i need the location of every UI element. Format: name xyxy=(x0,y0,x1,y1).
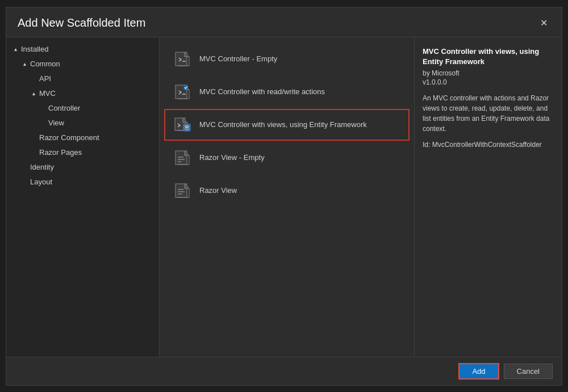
sidebar-item-common[interactable]: ▴ Common xyxy=(6,58,159,70)
scaffold-item-mvc-readwrite[interactable]: MVC Controller with read/write actions xyxy=(164,76,410,108)
tree-item-view: ▸ View xyxy=(6,116,159,130)
sidebar-item-razor-pages[interactable]: ▸ Razor Pages xyxy=(6,146,159,159)
sidebar-tree: ▴ Installed ▴ Common ▸ API xyxy=(6,37,160,357)
sidebar-item-installed[interactable]: ▴ Installed xyxy=(6,43,159,56)
scaffold-item-razor-view-label: Razor View xyxy=(199,186,237,195)
add-button[interactable]: Add xyxy=(458,363,499,380)
dialog-titlebar: Add New Scaffolded Item ✕ xyxy=(6,7,562,37)
cancel-button[interactable]: Cancel xyxy=(504,364,553,379)
tree-item-razor-pages: ▸ Razor Pages xyxy=(6,145,159,160)
dialog-title: Add New Scaffolded Item xyxy=(18,16,145,29)
sidebar-item-mvc[interactable]: ▴ MVC xyxy=(6,87,159,100)
dialog-footer: Add Cancel xyxy=(6,357,562,385)
sidebar-label-layout: Layout xyxy=(30,178,52,186)
mvc-empty-icon xyxy=(172,49,193,69)
sidebar-label-razor-component: Razor Component xyxy=(39,133,99,142)
sidebar-label-installed: Installed xyxy=(21,45,48,53)
tree-item-razor-component: ▸ Razor Component xyxy=(6,130,159,145)
scaffold-item-mvc-empty-label: MVC Controller - Empty xyxy=(199,54,277,63)
arrow-mvc: ▴ xyxy=(29,89,38,98)
sidebar-item-controller[interactable]: ▸ Controller xyxy=(6,102,159,115)
sidebar-item-razor-component[interactable]: ▸ Razor Component xyxy=(6,132,159,144)
sidebar-item-identity[interactable]: ▸ Identity xyxy=(6,161,159,174)
scaffold-item-mvc-readwrite-label: MVC Controller with read/write actions xyxy=(199,87,325,96)
tree-item-installed: ▴ Installed xyxy=(6,42,159,57)
scaffold-item-razor-empty-label: Razor View - Empty xyxy=(199,153,265,162)
scaffold-items-panel: MVC Controller - Empty MVC Controller w xyxy=(160,37,414,357)
tree-item-identity: ▸ Identity xyxy=(6,160,159,175)
info-title: MVC Controller with views, using Entity … xyxy=(423,47,554,67)
sidebar-item-view[interactable]: ▸ View xyxy=(6,117,159,129)
info-panel: MVC Controller with views, using Entity … xyxy=(414,37,562,357)
sidebar-label-view: View xyxy=(48,119,64,127)
dialog-body: ▴ Installed ▴ Common ▸ API xyxy=(6,37,562,357)
sidebar-label-razor-pages: Razor Pages xyxy=(39,148,82,157)
sidebar-item-layout[interactable]: ▸ Layout xyxy=(6,176,159,188)
info-version: v1.0.0.0 xyxy=(423,78,554,86)
tree-item-common: ▴ Common xyxy=(6,57,159,71)
mvc-ef-icon xyxy=(172,115,193,135)
razor-view-icon xyxy=(172,180,193,201)
tree-item-api: ▸ API xyxy=(6,71,159,86)
scaffold-item-mvc-ef[interactable]: MVC Controller with views, using Entity … xyxy=(164,109,410,141)
info-description: An MVC controller with actions and Razor… xyxy=(423,93,554,134)
arrow-installed: ▴ xyxy=(11,45,20,54)
add-scaffold-dialog: Add New Scaffolded Item ✕ ▴ Installed ▴ … xyxy=(6,7,562,386)
arrow-common: ▴ xyxy=(20,60,29,69)
sidebar-label-common: Common xyxy=(30,60,60,68)
sidebar-label-api: API xyxy=(39,74,51,83)
close-button[interactable]: ✕ xyxy=(537,16,550,30)
info-id: Id: MvcControllerWithContextScaffolder xyxy=(423,141,554,149)
sidebar-label-controller: Controller xyxy=(48,104,80,112)
tree-item-layout: ▸ Layout xyxy=(6,175,159,189)
scaffold-item-mvc-empty[interactable]: MVC Controller - Empty xyxy=(164,43,410,75)
scaffold-item-razor-view[interactable]: Razor View xyxy=(164,175,410,206)
scaffold-item-razor-empty[interactable]: Razor View - Empty xyxy=(164,142,410,174)
info-author: by Microsoft xyxy=(423,69,554,77)
tree-item-controller: ▸ Controller xyxy=(6,101,159,116)
scaffold-item-mvc-ef-label: MVC Controller with views, using Entity … xyxy=(199,120,367,129)
razor-empty-icon xyxy=(172,147,193,168)
tree-item-mvc: ▴ MVC xyxy=(6,86,159,101)
sidebar-label-mvc: MVC xyxy=(39,89,56,98)
sidebar-label-identity: Identity xyxy=(30,163,54,171)
sidebar-item-api[interactable]: ▸ API xyxy=(6,73,159,85)
mvc-readwrite-icon xyxy=(172,82,193,102)
